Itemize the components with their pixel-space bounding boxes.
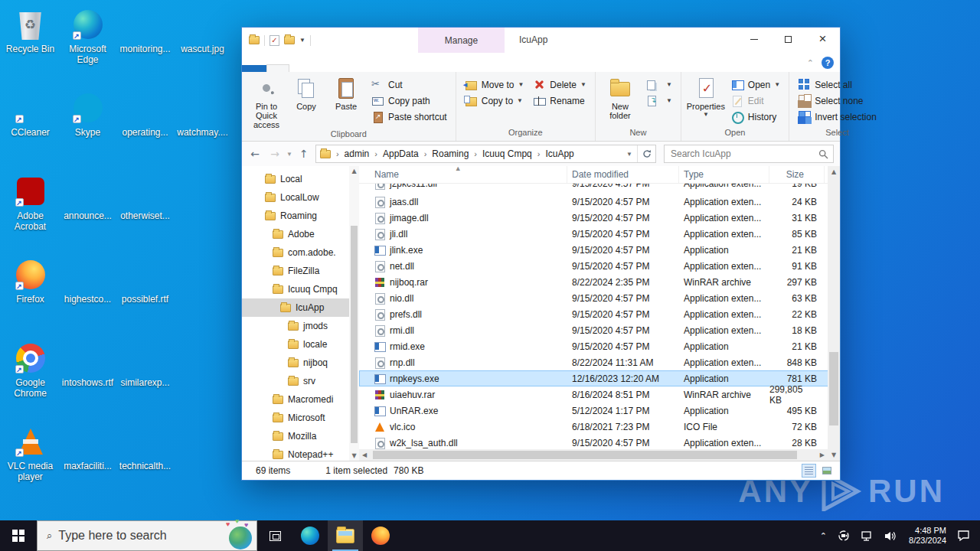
taskbar-explorer-button[interactable] xyxy=(328,520,363,551)
desktop-icon[interactable]: ↗ wascut.jpg xyxy=(174,3,231,86)
ribbon-small-button[interactable]: Copy path ▼ xyxy=(368,93,451,109)
new-folder-qat-icon[interactable] xyxy=(284,36,295,44)
back-button[interactable]: ← xyxy=(247,148,263,160)
recent-locations-chevron-icon[interactable]: ▼ xyxy=(286,151,292,158)
ribbon-tab[interactable] xyxy=(266,64,289,72)
horizontal-scrollbar[interactable]: ◀ ▶ xyxy=(359,449,828,461)
tree-scrollbar[interactable]: ▲ ▼ xyxy=(349,166,359,461)
file-row[interactable]: uiaehuv.rar 8/16/2024 8:51 PM WinRAR arc… xyxy=(359,386,840,403)
task-view-button[interactable] xyxy=(257,520,292,551)
volume-icon[interactable] xyxy=(884,530,898,542)
tree-item[interactable]: nijboq xyxy=(242,354,349,372)
file-row[interactable]: jimage.dll 9/15/2020 4:57 PM Application… xyxy=(359,210,840,226)
customize-qat-chevron-icon[interactable]: ▼ xyxy=(299,37,305,44)
desktop-icon[interactable]: ↗ watchmay.... xyxy=(174,86,231,170)
large-icons-view-button[interactable] xyxy=(819,464,834,478)
tree-item[interactable]: Mozilla xyxy=(242,427,349,445)
horizontal-scrollbar-thumb[interactable] xyxy=(373,451,797,459)
column-header-size[interactable]: Size xyxy=(769,166,825,183)
desktop-icon[interactable]: ↗ Firefox xyxy=(2,253,59,337)
tree-scrollbar-thumb[interactable] xyxy=(351,226,358,443)
file-row[interactable]: jaas.dll 9/15/2020 4:57 PM Application e… xyxy=(359,194,840,210)
ribbon-small-button[interactable]: Move to ▼ xyxy=(461,77,528,93)
taskbar-search-input[interactable]: ⌕ Type here to search ♥♥♥ xyxy=(37,520,257,551)
hidden-icons-chevron-icon[interactable]: ⌃ xyxy=(820,531,827,541)
breadcrumb-item[interactable]: Roaming xyxy=(432,148,469,159)
help-button[interactable]: ? xyxy=(822,57,834,69)
tree-item[interactable]: locale xyxy=(242,335,349,354)
tree-item[interactable]: Microsoft xyxy=(242,409,349,427)
tree-item[interactable]: Notepad++ xyxy=(242,445,349,461)
tree-item[interactable]: Adobe xyxy=(242,225,349,243)
up-button[interactable]: ↑ xyxy=(296,148,312,160)
ribbon-small-button[interactable]: Select none ▼ xyxy=(794,93,880,109)
minimize-button[interactable] xyxy=(737,28,771,51)
ribbon-small-button[interactable]: Invert selection ▼ xyxy=(794,109,880,125)
file-row[interactable]: jlink.exe 9/15/2020 4:57 PM Application … xyxy=(359,242,840,258)
network-icon[interactable] xyxy=(861,530,874,542)
forward-button[interactable]: → xyxy=(266,148,283,160)
ribbon-tab[interactable] xyxy=(332,65,354,72)
ribbon-tab[interactable] xyxy=(289,65,311,72)
desktop-icon[interactable]: ↗ operating... xyxy=(116,86,174,170)
column-header-type[interactable]: Type xyxy=(679,166,769,183)
file-row[interactable]: net.dll 9/15/2020 4:57 PM Application ex… xyxy=(359,258,840,274)
file-row[interactable]: j2pkcs11.dll 9/15/2020 4:57 PM Applicati… xyxy=(359,184,840,194)
scroll-up-icon[interactable]: ▲ xyxy=(828,168,840,175)
ribbon-big-button[interactable]: Pin to Quick access xyxy=(247,75,286,129)
file-row[interactable]: vlc.ico 6/18/2021 7:23 PM ICO File 72 KB xyxy=(359,419,840,435)
column-header-name[interactable]: ▲ Name xyxy=(359,166,567,183)
tree-item[interactable]: Macromedi xyxy=(242,390,349,409)
desktop-icon[interactable]: ↗ technicalth... xyxy=(116,420,174,504)
file-row[interactable]: rmid.exe 9/15/2020 4:57 PM Application 2… xyxy=(359,338,840,354)
desktop-icon[interactable]: ↗ Adobe Acrobat xyxy=(2,170,59,253)
scroll-down-icon[interactable]: ▼ xyxy=(351,452,356,459)
taskbar-clock[interactable]: 4:48 PM 8/23/2024 xyxy=(909,526,946,546)
tree-item[interactable]: Roaming xyxy=(242,207,349,225)
ribbon-small-button[interactable]: ▼ xyxy=(642,93,676,109)
desktop-icon[interactable]: ↗ highestco... xyxy=(59,253,116,337)
details-view-button[interactable] xyxy=(802,464,816,478)
desktop-icon[interactable]: ↗ intoshows.rtf xyxy=(59,337,116,420)
ribbon-small-button[interactable]: Cut ▼ xyxy=(368,77,451,93)
file-row[interactable]: jli.dll 9/15/2020 4:57 PM Application ex… xyxy=(359,226,840,242)
scroll-left-icon[interactable]: ◀ xyxy=(362,452,367,458)
file-row[interactable]: nio.dll 9/15/2020 4:57 PM Application ex… xyxy=(359,290,840,306)
meet-now-icon[interactable] xyxy=(838,530,850,542)
tree-item[interactable]: Local xyxy=(242,170,349,188)
desktop-icon[interactable]: ↗ VLC media player xyxy=(2,420,59,504)
file-row[interactable]: UnRAR.exe 5/12/2024 1:17 PM Application … xyxy=(359,403,840,419)
refresh-button[interactable] xyxy=(637,145,655,162)
search-input[interactable]: Search IcuApp xyxy=(664,145,834,163)
desktop-icon[interactable]: ↗ Microsoft Edge xyxy=(59,3,116,86)
breadcrumb-item[interactable]: admin xyxy=(345,148,370,159)
tree-item[interactable]: IcuApp xyxy=(242,298,349,317)
desktop-icon[interactable]: ↗ monitoring... xyxy=(116,3,174,86)
desktop-icon[interactable]: ↗ otherwiset... xyxy=(116,170,174,253)
ribbon-small-button[interactable]: History ▼ xyxy=(727,109,784,125)
column-header-date-modified[interactable]: Date modified xyxy=(567,166,679,183)
desktop-icon[interactable]: ↗ Skype xyxy=(59,86,116,170)
collapse-ribbon-chevron-icon[interactable]: ⌃ xyxy=(807,58,814,68)
ribbon-big-button[interactable]: Paste xyxy=(326,75,366,129)
ribbon-big-button[interactable]: Properties ▼ xyxy=(686,75,726,118)
breadcrumb-item[interactable]: Icuuq Cmpq xyxy=(482,148,532,159)
properties-qat-icon[interactable]: ✓ xyxy=(270,35,279,46)
tree-item[interactable]: srv xyxy=(242,372,349,390)
desktop-icon[interactable]: ↗ announce... xyxy=(59,170,116,253)
ribbon-tab[interactable] xyxy=(242,65,266,72)
scroll-right-icon[interactable]: ▶ xyxy=(820,452,825,458)
file-row[interactable]: prefs.dll 9/15/2020 4:57 PM Application … xyxy=(359,306,840,322)
taskbar-edge-button[interactable] xyxy=(292,520,328,551)
desktop-icon[interactable]: ↗ CCleaner xyxy=(2,86,59,170)
tree-item[interactable]: com.adobe. xyxy=(242,243,349,262)
tree-item[interactable]: Icuuq Cmpq xyxy=(242,280,349,298)
vertical-scrollbar-thumb[interactable] xyxy=(829,352,838,425)
start-button[interactable] xyxy=(0,520,37,551)
file-row[interactable]: w2k_lsa_auth.dll 9/15/2020 4:57 PM Appli… xyxy=(359,435,840,449)
file-row[interactable]: rnpkeys.exe 12/16/2023 12:20 AM Applicat… xyxy=(359,370,840,386)
ribbon-big-button[interactable]: New folder xyxy=(600,75,640,120)
ribbon-small-button[interactable]: Copy to ▼ xyxy=(461,93,528,109)
address-dropdown-chevron-icon[interactable]: ▼ xyxy=(622,151,637,158)
desktop-icon[interactable]: ↗ possiblef.rtf xyxy=(116,253,174,337)
